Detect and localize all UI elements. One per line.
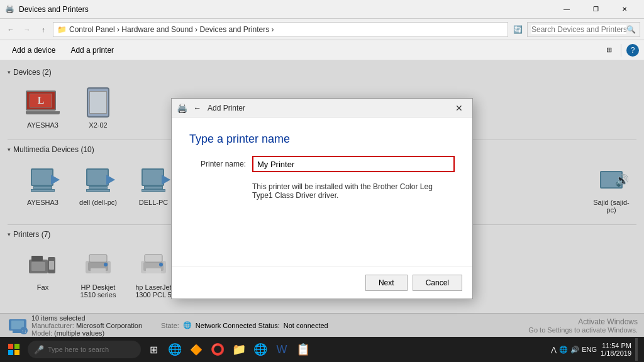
- unknown-button[interactable]: 📋: [293, 338, 313, 361]
- window-icon: 🖨️: [5, 4, 15, 14]
- printer-dialog-icon: 🖨️: [177, 103, 187, 113]
- modal-title-bar: 🖨️ ← Add Printer ✕: [172, 99, 472, 118]
- refresh-button[interactable]: 🔄: [511, 23, 525, 36]
- tray-arrow[interactable]: ⋀: [551, 346, 557, 354]
- explorer-button[interactable]: 📁: [229, 338, 249, 361]
- printer-info-text: This printer will be installed with the …: [252, 182, 455, 200]
- modal-footer: Next Cancel: [172, 266, 472, 299]
- vlc-button[interactable]: 🔶: [186, 338, 206, 361]
- view-button[interactable]: ⊞: [602, 43, 616, 57]
- add-printer-button[interactable]: Add a printer: [64, 42, 121, 58]
- modal-back-button[interactable]: ←: [191, 102, 204, 114]
- taskbar-icons: ⊞ 🌐 🔶 ⭕ 📁 🌐 W 📋: [143, 338, 313, 361]
- restore-button[interactable]: ❐: [581, 0, 610, 19]
- toolbar-right: ⊞ ?: [602, 43, 639, 57]
- add-printer-dialog: 🖨️ ← Add Printer ✕ Type a printer name P…: [171, 98, 473, 299]
- svg-rect-22: [8, 350, 13, 355]
- next-button[interactable]: Next: [365, 275, 408, 291]
- window-title: Devices and Printers: [19, 5, 552, 14]
- forward-button[interactable]: →: [20, 23, 34, 36]
- modal-title-text: Add Printer: [208, 104, 245, 112]
- add-device-button[interactable]: Add a device: [5, 42, 62, 58]
- microphone-icon: 🎤: [34, 345, 44, 354]
- cortana-button[interactable]: ⭕: [208, 338, 228, 361]
- network-tray-icon: 🌐: [559, 346, 568, 354]
- volume-icon[interactable]: 🔊: [570, 346, 579, 354]
- address-path[interactable]: 📁 Control Panel › Hardware and Sound › D…: [53, 22, 508, 37]
- title-bar: 🖨️ Devices and Printers — ❐ ✕: [0, 0, 644, 19]
- modal-close-button[interactable]: ✕: [451, 100, 467, 116]
- close-button[interactable]: ✕: [610, 0, 639, 19]
- taskbar-clock: 11:54 PM 1/18/2019: [601, 342, 631, 357]
- task-view-button[interactable]: ⊞: [143, 338, 164, 361]
- system-tray: ⋀ 🌐 🔊 ENG: [551, 346, 597, 354]
- modal-body: Type a printer name Printer name: This p…: [172, 118, 472, 266]
- back-button[interactable]: ←: [4, 23, 18, 36]
- taskbar: 🎤 ⊞ 🌐 🔶 ⭕ 📁 🌐 W 📋 ⋀ 🌐 🔊 ENG 11:54 PM 1/1…: [0, 337, 644, 362]
- window-controls: — ❐ ✕: [552, 0, 639, 19]
- windows-logo-icon: [8, 344, 19, 355]
- printer-name-row: Printer name:: [189, 156, 455, 172]
- minimize-button[interactable]: —: [552, 0, 581, 19]
- up-button[interactable]: ↑: [36, 23, 50, 36]
- lang-indicator: ENG: [582, 346, 597, 353]
- separator: [621, 44, 621, 57]
- edge-button[interactable]: 🌐: [165, 338, 185, 361]
- search-icon: 🔍: [626, 25, 636, 34]
- printer-name-label: Printer name:: [189, 160, 252, 168]
- chrome-button[interactable]: 🌐: [250, 338, 270, 361]
- svg-rect-21: [14, 344, 19, 349]
- start-button[interactable]: [3, 338, 25, 361]
- show-desktop-button[interactable]: [635, 338, 638, 361]
- toolbar: Add a device Add a printer ⊞ ?: [0, 40, 644, 60]
- search-box[interactable]: 🔍: [527, 22, 640, 37]
- taskbar-search-input[interactable]: [48, 346, 130, 353]
- svg-rect-20: [8, 344, 13, 349]
- path-text: Control Panel › Hardware and Sound › Dev…: [69, 25, 274, 34]
- svg-rect-23: [14, 350, 19, 355]
- taskbar-search[interactable]: 🎤: [28, 341, 141, 358]
- cancel-button[interactable]: Cancel: [413, 275, 462, 291]
- word-button[interactable]: W: [272, 338, 292, 361]
- modal-title-left: 🖨️ ← Add Printer: [177, 102, 451, 114]
- address-bar: ← → ↑ 📁 Control Panel › Hardware and Sou…: [0, 19, 644, 40]
- printer-name-input[interactable]: [252, 156, 455, 172]
- help-button[interactable]: ?: [626, 44, 639, 57]
- taskbar-right: ⋀ 🌐 🔊 ENG 11:54 PM 1/18/2019: [551, 338, 641, 361]
- search-input[interactable]: [531, 25, 626, 34]
- folder-icon: 📁: [57, 25, 67, 34]
- modal-overlay: 🖨️ ← Add Printer ✕ Type a printer name P…: [0, 60, 644, 337]
- modal-heading: Type a printer name: [189, 133, 455, 146]
